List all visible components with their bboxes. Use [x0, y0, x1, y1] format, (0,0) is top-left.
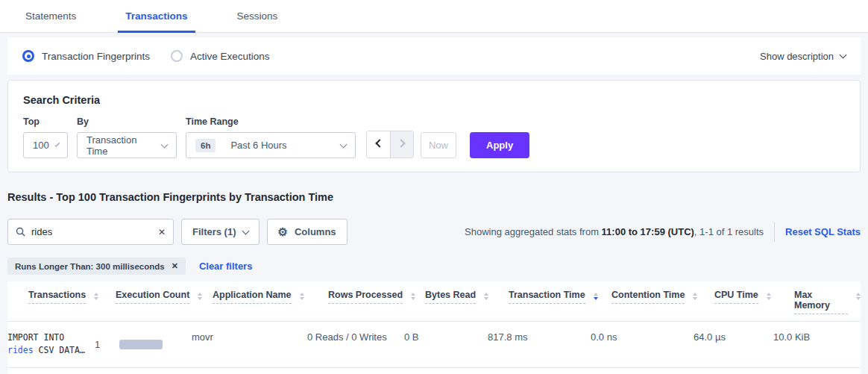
- filter-chip: Runs Longer Than: 300 milliseconds ✕: [7, 258, 186, 275]
- reset-sql-stats-link[interactable]: Reset SQL Stats: [785, 226, 861, 237]
- by-label: By: [77, 116, 177, 127]
- next-time-button[interactable]: [390, 131, 413, 158]
- clear-filters-link[interactable]: Clear filters: [199, 261, 253, 272]
- sort-desc-icon[interactable]: [594, 293, 598, 300]
- search-input[interactable]: [31, 226, 152, 237]
- sql-text: IMPORT INTO: [7, 332, 64, 343]
- sort-icon[interactable]: [411, 293, 415, 300]
- clear-search-icon[interactable]: ✕: [158, 228, 166, 237]
- column-header-transaction-time[interactable]: Transaction Time: [509, 290, 611, 321]
- column-header-max-memory[interactable]: Max Memory: [794, 290, 861, 321]
- filter-chip-label: Runs Longer Than: 300 milliseconds: [15, 262, 165, 271]
- chevron-left-icon: [375, 139, 383, 147]
- column-header-transactions[interactable]: Transactions: [28, 290, 116, 321]
- time-range-field: Time Range 6h Past 6 Hours: [186, 116, 356, 158]
- rows-processed-cell: 0 Reads / 0 Writes: [307, 331, 404, 357]
- column-header-label: CPU Time: [714, 290, 758, 304]
- stats-suffix: , 1-1 of 1 results: [694, 226, 764, 237]
- tab-statements[interactable]: Statements: [18, 0, 84, 32]
- sort-icon[interactable]: [300, 293, 304, 300]
- top-label: Top: [23, 116, 68, 127]
- active-filters-row: Runs Longer Than: 300 milliseconds ✕ Cle…: [7, 258, 861, 275]
- search-icon: [16, 227, 25, 237]
- show-description-label: Show description: [760, 51, 834, 62]
- search-criteria-card: Search Criteria Top 100 By Transaction T…: [7, 80, 861, 172]
- time-step-buttons: [366, 131, 414, 158]
- gear-icon: ⚙: [278, 226, 288, 237]
- filters-button-label: Filters (1): [192, 226, 236, 237]
- page-tabs: Statements Transactions Sessions: [0, 0, 868, 33]
- transaction-fingerprint-link[interactable]: IMPORT INTO rides CSV DATA…: [7, 331, 95, 357]
- max-memory-cell: 10.0 KiB: [773, 331, 840, 357]
- by-select[interactable]: Transaction Time: [77, 132, 177, 158]
- apply-button[interactable]: Apply: [470, 132, 529, 158]
- table-header-row: Transactions Execution Count Application…: [7, 281, 861, 322]
- previous-time-button[interactable]: [367, 131, 390, 158]
- column-header-bytes-read[interactable]: Bytes Read: [425, 290, 509, 321]
- sort-icon[interactable]: [856, 293, 861, 300]
- results-table: Transactions Execution Count Application…: [7, 281, 861, 374]
- transaction-time-cell: 817.8 ms: [488, 331, 591, 357]
- radio-active-executions[interactable]: Active Executions: [171, 50, 270, 62]
- execution-count-value: 1: [95, 339, 100, 350]
- sort-icon[interactable]: [484, 293, 488, 300]
- table-row: IMPORT INTO rides CSV DATA… 1 movr 0 Rea…: [7, 322, 861, 368]
- results-toolbar: ✕ Filters (1) ⚙ Columns Showing aggregat…: [7, 219, 861, 245]
- time-range-select[interactable]: 6h Past 6 Hours: [186, 132, 356, 158]
- search-criteria-title: Search Criteria: [23, 94, 845, 106]
- chevron-down-icon: [55, 142, 60, 147]
- column-header-label: Application Name: [213, 290, 292, 304]
- chevron-down-icon: [840, 52, 847, 59]
- chevron-right-icon: [397, 139, 405, 147]
- application-name-cell: movr: [192, 331, 307, 357]
- tab-transactions[interactable]: Transactions: [118, 0, 195, 32]
- columns-button-label: Columns: [295, 226, 336, 237]
- results-title: Results - Top 100 Transaction Fingerprin…: [7, 191, 861, 203]
- radio-label: Transaction Fingerprints: [42, 51, 150, 62]
- column-header-application-name[interactable]: Application Name: [213, 290, 328, 321]
- column-header-label: Bytes Read: [425, 290, 476, 304]
- column-header-label: Execution Count: [116, 290, 189, 304]
- top-select[interactable]: 100: [23, 132, 68, 158]
- now-button[interactable]: Now: [421, 132, 456, 158]
- radio-transaction-fingerprints[interactable]: Transaction Fingerprints: [22, 50, 150, 62]
- column-header-label: Transactions: [28, 290, 86, 304]
- time-range-value: Past 6 Hours: [230, 140, 333, 151]
- chevron-down-icon: [242, 227, 249, 234]
- by-field: By Transaction Time: [77, 116, 177, 158]
- stats-prefix: Showing aggregated stats from: [465, 226, 602, 237]
- execution-count-bar: [119, 340, 163, 349]
- by-select-value: Transaction Time: [87, 134, 154, 157]
- column-header-label: Contention Time: [611, 290, 685, 304]
- radio-unselected-icon: [171, 50, 183, 62]
- column-header-cpu-time[interactable]: CPU Time: [714, 290, 794, 321]
- filters-button[interactable]: Filters (1): [181, 219, 260, 245]
- max-memory-value: 10.0 KiB: [773, 331, 832, 343]
- remove-filter-icon[interactable]: ✕: [172, 262, 178, 270]
- sort-icon[interactable]: [693, 293, 697, 300]
- tab-sessions[interactable]: Sessions: [230, 0, 286, 32]
- sort-icon[interactable]: [198, 293, 202, 300]
- column-header-execution-count[interactable]: Execution Count: [116, 290, 213, 321]
- view-toggle-group: Transaction Fingerprints Active Executio…: [22, 50, 270, 62]
- bytes-read-cell: 0 B: [404, 331, 488, 357]
- time-range-badge: 6h: [195, 139, 216, 152]
- sql-table-name: rides: [7, 345, 34, 355]
- aggregated-stats-text: Showing aggregated stats from 11:00 to 1…: [465, 226, 764, 237]
- column-header-rows-processed[interactable]: Rows Processed: [328, 290, 425, 321]
- sort-icon[interactable]: [767, 293, 771, 300]
- top-field: Top 100: [23, 116, 68, 158]
- cpu-time-value: 64.0 µs: [694, 331, 766, 343]
- sql-text: CSV DATA…: [34, 345, 85, 355]
- sort-icon[interactable]: [94, 293, 98, 300]
- show-description-toggle[interactable]: Show description: [760, 51, 846, 62]
- column-header-contention-time[interactable]: Contention Time: [611, 290, 714, 321]
- view-toggle-card: Transaction Fingerprints Active Executio…: [7, 37, 861, 75]
- search-criteria-form: Top 100 By Transaction Time Time Range 6…: [23, 116, 845, 158]
- radio-selected-icon: [22, 50, 34, 62]
- stats-range: 11:00 to 17:59 (UTC): [602, 226, 694, 237]
- chevron-down-icon: [340, 140, 347, 148]
- column-header-label: Rows Processed: [328, 290, 403, 304]
- columns-button[interactable]: ⚙ Columns: [267, 219, 347, 245]
- time-range-label: Time Range: [186, 116, 356, 127]
